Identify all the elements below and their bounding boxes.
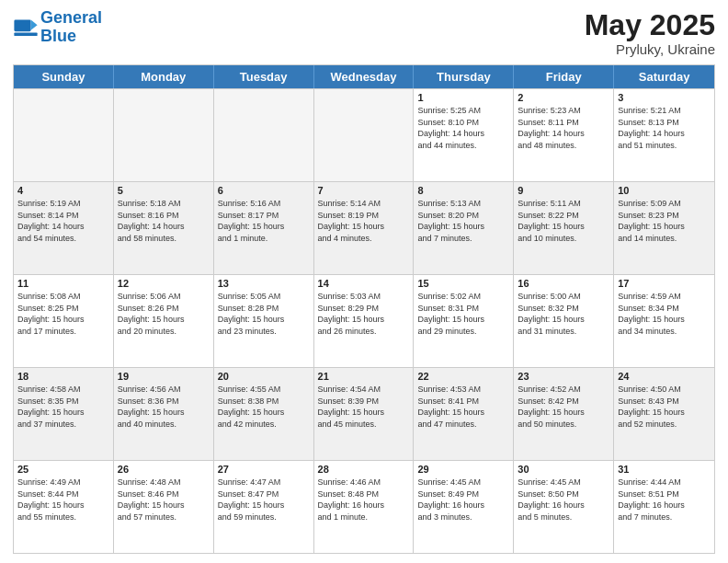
day-number: 16 xyxy=(518,278,609,289)
cal-cell: 22Sunrise: 4:53 AM Sunset: 8:41 PM Dayli… xyxy=(414,368,514,460)
weekday-header-sunday: Sunday xyxy=(14,65,114,88)
day-info: Sunrise: 5:21 AM Sunset: 8:13 PM Dayligh… xyxy=(618,105,711,151)
cal-cell xyxy=(314,89,415,181)
day-info: Sunrise: 4:47 AM Sunset: 8:47 PM Dayligh… xyxy=(218,477,310,523)
day-info: Sunrise: 5:19 AM Sunset: 8:14 PM Dayligh… xyxy=(17,198,109,244)
cal-cell: 12Sunrise: 5:06 AM Sunset: 8:26 PM Dayli… xyxy=(114,275,214,367)
day-number: 18 xyxy=(17,371,109,382)
cal-cell: 14Sunrise: 5:03 AM Sunset: 8:29 PM Dayli… xyxy=(314,275,415,367)
cal-cell: 19Sunrise: 4:56 AM Sunset: 8:36 PM Dayli… xyxy=(114,368,214,460)
day-number: 27 xyxy=(218,464,310,475)
month-title: May 2025 xyxy=(585,9,715,41)
cal-cell: 15Sunrise: 5:02 AM Sunset: 8:31 PM Dayli… xyxy=(414,275,514,367)
day-info: Sunrise: 4:56 AM Sunset: 8:36 PM Dayligh… xyxy=(118,384,210,430)
cal-cell: 8Sunrise: 5:13 AM Sunset: 8:20 PM Daylig… xyxy=(414,182,514,274)
weekday-header-saturday: Saturday xyxy=(614,65,714,88)
page: General Blue May 2025 Pryluky, Ukraine S… xyxy=(0,0,728,563)
cal-row-3: 18Sunrise: 4:58 AM Sunset: 8:35 PM Dayli… xyxy=(14,367,714,460)
calendar-header: SundayMondayTuesdayWednesdayThursdayFrid… xyxy=(14,65,714,88)
day-number: 9 xyxy=(518,185,609,196)
day-number: 23 xyxy=(518,371,609,382)
day-number: 14 xyxy=(318,278,410,289)
day-info: Sunrise: 5:03 AM Sunset: 8:29 PM Dayligh… xyxy=(318,291,410,337)
day-info: Sunrise: 5:25 AM Sunset: 8:10 PM Dayligh… xyxy=(417,105,509,151)
day-info: Sunrise: 5:14 AM Sunset: 8:19 PM Dayligh… xyxy=(318,198,410,244)
day-number: 6 xyxy=(218,185,310,196)
day-number: 11 xyxy=(17,278,109,289)
day-number: 10 xyxy=(618,185,711,196)
day-number: 25 xyxy=(17,464,109,475)
cal-cell: 7Sunrise: 5:14 AM Sunset: 8:19 PM Daylig… xyxy=(314,182,415,274)
day-number: 15 xyxy=(417,278,509,289)
calendar-body: 1Sunrise: 5:25 AM Sunset: 8:10 PM Daylig… xyxy=(14,88,714,553)
cal-cell: 25Sunrise: 4:49 AM Sunset: 8:44 PM Dayli… xyxy=(14,461,114,553)
day-number: 21 xyxy=(318,371,410,382)
cal-cell xyxy=(14,89,114,181)
day-info: Sunrise: 4:49 AM Sunset: 8:44 PM Dayligh… xyxy=(17,477,109,523)
location: Pryluky, Ukraine xyxy=(585,41,715,57)
title-block: May 2025 Pryluky, Ukraine xyxy=(585,9,715,57)
cal-cell: 16Sunrise: 5:00 AM Sunset: 8:32 PM Dayli… xyxy=(514,275,614,367)
cal-cell: 17Sunrise: 4:59 AM Sunset: 8:34 PM Dayli… xyxy=(614,275,714,367)
day-number: 4 xyxy=(17,185,109,196)
cal-cell: 2Sunrise: 5:23 AM Sunset: 8:11 PM Daylig… xyxy=(514,89,614,181)
day-info: Sunrise: 5:08 AM Sunset: 8:25 PM Dayligh… xyxy=(17,291,109,337)
svg-marker-1 xyxy=(31,19,38,29)
day-info: Sunrise: 4:59 AM Sunset: 8:34 PM Dayligh… xyxy=(618,291,711,337)
svg-rect-0 xyxy=(14,19,30,31)
day-number: 24 xyxy=(618,371,711,382)
cal-cell: 31Sunrise: 4:44 AM Sunset: 8:51 PM Dayli… xyxy=(614,461,714,553)
cal-row-4: 25Sunrise: 4:49 AM Sunset: 8:44 PM Dayli… xyxy=(14,460,714,553)
day-info: Sunrise: 5:13 AM Sunset: 8:20 PM Dayligh… xyxy=(417,198,509,244)
cal-row-0: 1Sunrise: 5:25 AM Sunset: 8:10 PM Daylig… xyxy=(14,88,714,181)
calendar: SundayMondayTuesdayWednesdayThursdayFrid… xyxy=(13,64,715,554)
day-info: Sunrise: 4:48 AM Sunset: 8:46 PM Dayligh… xyxy=(118,477,210,523)
weekday-header-tuesday: Tuesday xyxy=(214,65,314,88)
day-number: 8 xyxy=(417,185,509,196)
day-number: 22 xyxy=(417,371,509,382)
day-number: 1 xyxy=(417,92,509,103)
cal-cell xyxy=(214,89,314,181)
cal-cell: 1Sunrise: 5:25 AM Sunset: 8:10 PM Daylig… xyxy=(414,89,514,181)
cal-cell: 18Sunrise: 4:58 AM Sunset: 8:35 PM Dayli… xyxy=(14,368,114,460)
day-info: Sunrise: 5:02 AM Sunset: 8:31 PM Dayligh… xyxy=(417,291,509,337)
day-info: Sunrise: 4:44 AM Sunset: 8:51 PM Dayligh… xyxy=(618,477,711,523)
weekday-header-monday: Monday xyxy=(114,65,214,88)
day-number: 12 xyxy=(118,278,210,289)
day-number: 26 xyxy=(118,464,210,475)
cal-cell: 28Sunrise: 4:46 AM Sunset: 8:48 PM Dayli… xyxy=(314,461,415,553)
cal-cell: 29Sunrise: 4:45 AM Sunset: 8:49 PM Dayli… xyxy=(414,461,514,553)
day-info: Sunrise: 4:45 AM Sunset: 8:50 PM Dayligh… xyxy=(518,477,609,523)
day-info: Sunrise: 5:18 AM Sunset: 8:16 PM Dayligh… xyxy=(118,198,210,244)
day-info: Sunrise: 4:54 AM Sunset: 8:39 PM Dayligh… xyxy=(318,384,410,430)
day-info: Sunrise: 4:46 AM Sunset: 8:48 PM Dayligh… xyxy=(318,477,410,523)
day-number: 20 xyxy=(218,371,310,382)
logo-text: General Blue xyxy=(40,9,102,46)
weekday-header-thursday: Thursday xyxy=(414,65,514,88)
day-number: 3 xyxy=(618,92,711,103)
day-number: 28 xyxy=(318,464,410,475)
day-number: 30 xyxy=(518,464,609,475)
day-number: 17 xyxy=(618,278,711,289)
header: General Blue May 2025 Pryluky, Ukraine xyxy=(13,9,715,57)
day-number: 13 xyxy=(218,278,310,289)
cal-cell: 3Sunrise: 5:21 AM Sunset: 8:13 PM Daylig… xyxy=(614,89,714,181)
logo-line1: General xyxy=(40,9,102,28)
day-info: Sunrise: 4:52 AM Sunset: 8:42 PM Dayligh… xyxy=(518,384,609,430)
cal-row-1: 4Sunrise: 5:19 AM Sunset: 8:14 PM Daylig… xyxy=(14,181,714,274)
cal-cell: 21Sunrise: 4:54 AM Sunset: 8:39 PM Dayli… xyxy=(314,368,415,460)
day-info: Sunrise: 4:45 AM Sunset: 8:49 PM Dayligh… xyxy=(417,477,509,523)
day-number: 31 xyxy=(618,464,711,475)
day-number: 29 xyxy=(417,464,509,475)
logo-line2: Blue xyxy=(40,28,102,46)
day-info: Sunrise: 4:50 AM Sunset: 8:43 PM Dayligh… xyxy=(618,384,711,430)
cal-cell: 10Sunrise: 5:09 AM Sunset: 8:23 PM Dayli… xyxy=(614,182,714,274)
cal-cell xyxy=(114,89,214,181)
day-info: Sunrise: 4:55 AM Sunset: 8:38 PM Dayligh… xyxy=(218,384,310,430)
cal-cell: 4Sunrise: 5:19 AM Sunset: 8:14 PM Daylig… xyxy=(14,182,114,274)
logo: General Blue xyxy=(13,9,102,46)
day-info: Sunrise: 4:58 AM Sunset: 8:35 PM Dayligh… xyxy=(17,384,109,430)
day-info: Sunrise: 5:06 AM Sunset: 8:26 PM Dayligh… xyxy=(118,291,210,337)
cal-row-2: 11Sunrise: 5:08 AM Sunset: 8:25 PM Dayli… xyxy=(14,274,714,367)
day-info: Sunrise: 5:09 AM Sunset: 8:23 PM Dayligh… xyxy=(618,198,711,244)
